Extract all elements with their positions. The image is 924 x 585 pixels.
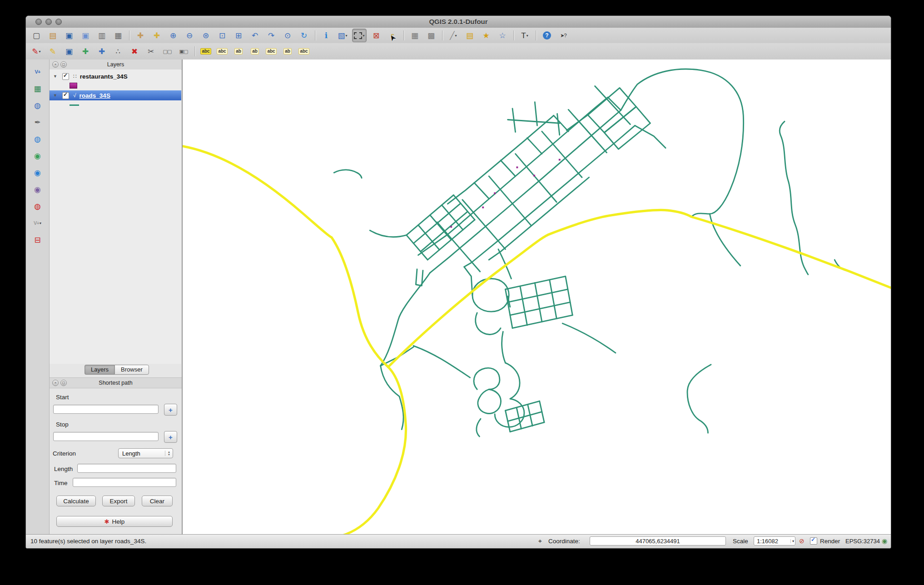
layer-item-restaurants[interactable]: ▼ ✓ ∷ restaurants_34S [50,71,181,81]
zoom-next-button[interactable]: ↷ [264,29,278,42]
text-label-button[interactable]: abc [215,45,229,58]
select-rectangle-button[interactable]: ▾ [352,29,367,42]
roads-visibility-checkbox[interactable]: ✓ [62,92,69,99]
new-shapefile-layer-button[interactable]: V+▾ [31,217,44,229]
delete-selected-button[interactable]: ✖ [128,45,141,58]
save-project-as-button[interactable]: ▣ [79,29,92,42]
export-button[interactable]: Export [102,496,135,506]
roads-symbol[interactable] [70,104,79,106]
clear-button[interactable]: Clear [142,496,173,506]
zoom-in-button[interactable]: ⊕ [166,29,180,42]
save-project-button[interactable]: ▣ [62,29,76,42]
move-label-button[interactable]: ab [232,45,245,58]
stop-capture-button[interactable]: + [164,431,177,443]
zoom-to-layer-button[interactable]: ⊞ [232,29,245,42]
node-tool-button[interactable]: ∴ [111,45,125,58]
length-output[interactable] [77,464,176,473]
toggle-editing-button[interactable]: ✎ [46,45,60,58]
open-attribute-table-button[interactable]: ▦ [408,29,422,42]
change-label-button[interactable]: abc [264,45,278,58]
select-rectangle-dropdown-icon[interactable]: ▾ [363,34,364,38]
text-annotation-dropdown-icon[interactable]: ▾ [527,34,528,38]
new-shapefile-layer-dropdown-icon[interactable]: ▾ [40,221,41,225]
collapse-arrow-icon[interactable]: ▼ [53,74,58,79]
stop-render-icon[interactable]: ⊘ [799,538,805,544]
criterion-select[interactable]: Length ▲▼ [118,448,173,458]
start-capture-button[interactable]: + [164,404,177,416]
labeling-options-button[interactable]: abc [199,45,213,58]
tab-layers[interactable]: Layers [84,365,114,375]
add-wfs-layer-button[interactable]: ◉ [31,183,44,195]
add-postgis-layer-button[interactable]: ◍ [31,99,44,111]
select-features-dropdown-icon[interactable]: ▾ [346,34,348,38]
deselect-all-button[interactable]: ⊠ [369,29,383,42]
restaurants-visibility-checkbox[interactable]: ✓ [62,73,69,80]
layer-label[interactable]: roads_34S [79,92,110,99]
pan-to-selection-button[interactable]: ✚ [150,29,164,42]
add-mssql-layer-button[interactable]: ◍ [31,133,44,145]
mouse-position-icon[interactable]: ⌖ [538,538,542,544]
open-project-button[interactable]: ▤ [46,29,60,42]
label-properties-button[interactable]: ab [281,45,294,58]
zoom-full-button[interactable]: ⊛ [199,29,213,42]
help-contents-button[interactable]: ? [540,29,554,42]
layers-panel-float-button[interactable]: ◻ [60,61,67,68]
measure-line-dropdown-icon[interactable]: ▾ [455,34,457,38]
tab-browser[interactable]: Browser [114,365,149,375]
layer-label[interactable]: restaurants_34S [80,73,128,80]
remove-layer-button[interactable]: ⊟ [31,234,44,246]
add-spatialite-layer-button[interactable]: ✒ [31,116,44,128]
collapse-arrow-icon[interactable]: ▼ [53,93,58,98]
refresh-map-button[interactable]: ↻ [297,29,311,42]
new-print-composer-button[interactable]: ▥ [95,29,109,42]
current-edits-dropdown-icon[interactable]: ▾ [39,50,41,54]
restaurants-symbol[interactable] [70,83,77,89]
composer-manager-button[interactable]: ▦ [111,29,125,42]
map-canvas[interactable] [182,59,891,535]
start-input[interactable] [53,405,159,414]
time-output[interactable] [73,478,176,487]
scale-dropdown-icon[interactable]: ▾ [790,539,794,543]
layer-item-roads[interactable]: ▼ ✓ √ roads_34S [50,90,181,100]
crs-status-icon[interactable]: ◉ [882,538,887,544]
add-raster-layer-button[interactable]: ▦ [31,83,44,94]
save-layer-edits-button[interactable]: ▣ [62,45,76,58]
title-bar[interactable]: QGIS 2.0.1-Dufour [26,16,891,28]
help-button[interactable]: ✱ Help [56,516,173,527]
measure-line-button[interactable]: ╱▾ [447,29,460,42]
layers-panel-close-button[interactable]: × [52,61,59,68]
select-features-button[interactable]: ▧▾ [336,29,349,42]
current-edits-button[interactable]: ✎▾ [30,45,43,58]
add-oracle-layer-button[interactable]: ◍ [31,200,44,212]
rotate-label-button[interactable]: ab [248,45,262,58]
scale-combo[interactable]: 1:16082 ▾ [754,536,795,545]
zoom-native-button[interactable]: ⊙ [281,29,294,42]
zoom-last-button[interactable]: ↶ [248,29,262,42]
new-bookmark-button[interactable]: ★ [479,29,493,42]
copy-features-button[interactable]: ▢▢ [160,45,174,58]
map-tips-button[interactable]: ▤ [463,29,477,42]
zoom-to-selection-button[interactable]: ⊡ [215,29,229,42]
add-feature-button[interactable]: ✚ [79,45,92,58]
coordinate-box[interactable]: 447065,6234491 [590,536,726,545]
identify-features-button[interactable]: ℹ [319,29,333,42]
crs-code[interactable]: EPSG:32734 [845,538,880,545]
pan-map-button[interactable]: ✚ [134,29,147,42]
render-checkbox[interactable]: ✓ [810,537,817,545]
text-annotation-button[interactable]: T▾ [518,29,532,42]
cut-features-button[interactable]: ✂ [144,45,158,58]
new-project-button[interactable]: ▢ [30,29,43,42]
show-bookmarks-button[interactable]: ☆ [496,29,509,42]
add-wcs-layer-button[interactable]: ◉ [31,167,44,178]
shortest-path-close-button[interactable]: × [52,380,59,386]
add-vector-layer-button[interactable]: V+ [31,66,44,78]
stop-input[interactable] [53,432,159,441]
add-wms-layer-button[interactable]: ◉ [31,150,44,162]
zoom-out-button[interactable]: ⊖ [183,29,196,42]
shortest-path-float-button[interactable]: ◻ [60,380,67,386]
calculate-button[interactable]: Calculate [56,496,96,506]
show-hide-labels-button[interactable]: abc [297,45,311,58]
move-feature-button[interactable]: ✚ [95,45,109,58]
field-calculator-button[interactable]: ▩ [424,29,438,42]
paste-features-button[interactable]: ▣▢ [177,45,190,58]
